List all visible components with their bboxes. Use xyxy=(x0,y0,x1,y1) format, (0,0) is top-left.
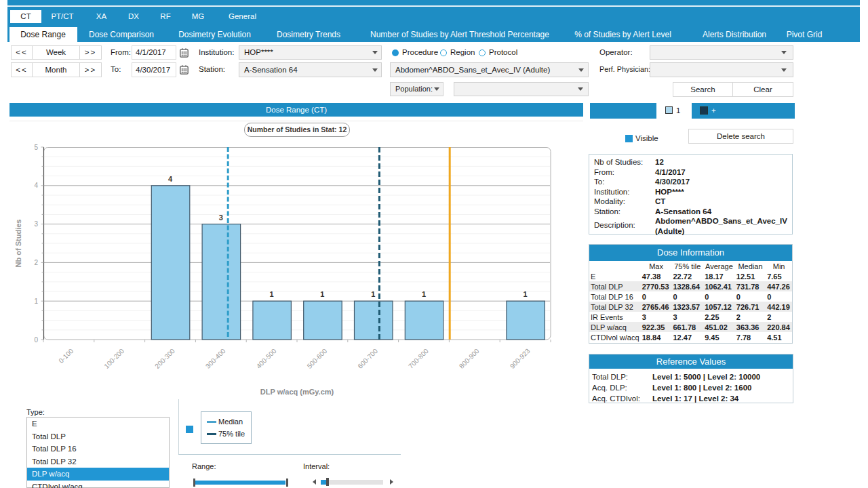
svg-text:600-700: 600-700 xyxy=(356,347,379,370)
svg-text:2: 2 xyxy=(34,259,38,266)
svg-text:0: 0 xyxy=(34,336,38,344)
svg-text:1: 1 xyxy=(320,290,324,298)
svg-text:1: 1 xyxy=(422,290,426,298)
svg-text:4: 4 xyxy=(34,182,38,189)
svg-text:3: 3 xyxy=(219,214,223,222)
svg-text:1: 1 xyxy=(270,290,274,298)
svg-text:4: 4 xyxy=(168,175,173,183)
svg-text:400-500: 400-500 xyxy=(255,347,278,370)
svg-text:700-800: 700-800 xyxy=(407,347,430,370)
svg-text:900-923: 900-923 xyxy=(509,347,532,370)
svg-text:100-200: 100-200 xyxy=(102,347,125,370)
svg-text:3: 3 xyxy=(34,220,38,228)
svg-text:Nb of Studies: Nb of Studies xyxy=(14,220,22,268)
svg-text:200-300: 200-300 xyxy=(153,347,176,370)
svg-text:1: 1 xyxy=(371,290,375,298)
svg-text:1: 1 xyxy=(34,298,38,305)
svg-text:DLP w/acq (mGy.cm): DLP w/acq (mGy.cm) xyxy=(260,388,334,396)
svg-text:1: 1 xyxy=(524,290,528,298)
svg-text:300-400: 300-400 xyxy=(204,347,227,370)
svg-text:800-900: 800-900 xyxy=(458,347,481,370)
svg-text:500-600: 500-600 xyxy=(306,347,329,370)
svg-text:0-100: 0-100 xyxy=(57,347,75,365)
svg-text:5: 5 xyxy=(34,144,38,151)
